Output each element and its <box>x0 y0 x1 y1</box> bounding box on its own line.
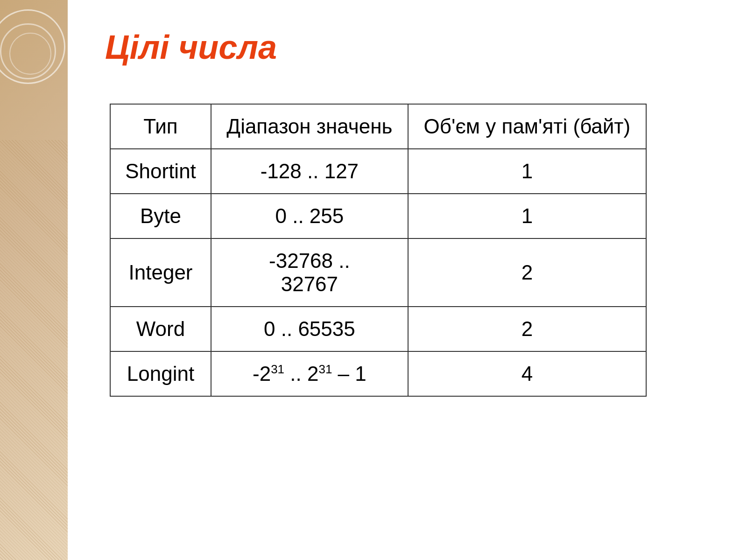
table-row: Byte 0 .. 255 1 <box>110 194 646 238</box>
cell-type: Byte <box>110 194 211 238</box>
cell-type: Shortint <box>110 149 211 194</box>
data-table: Тип Діапазон значень Об'єм у пам'яті (ба… <box>110 104 647 397</box>
cell-range: -231 .. 231 – 1 <box>211 351 408 396</box>
table-header-row: Тип Діапазон значень Об'єм у пам'яті (ба… <box>110 104 646 149</box>
cell-type: Longint <box>110 351 211 396</box>
cell-size: 4 <box>408 351 646 396</box>
circle-decoration <box>0 9 70 93</box>
left-decorative-panel <box>0 0 68 560</box>
table-row: Integer -32768 ..32767 2 <box>110 238 646 307</box>
main-content: Цілі числа Тип Діапазон значень Об'єм у … <box>68 0 747 560</box>
cell-range: -128 .. 127 <box>211 149 408 194</box>
col-header-type: Тип <box>110 104 211 149</box>
col-header-size: Об'єм у пам'яті (байт) <box>408 104 646 149</box>
cell-size: 1 <box>408 149 646 194</box>
cell-range: -32768 ..32767 <box>211 238 408 307</box>
cell-type: Word <box>110 307 211 351</box>
cell-size: 1 <box>408 194 646 238</box>
cell-range: 0 .. 255 <box>211 194 408 238</box>
table-row: Word 0 .. 65535 2 <box>110 307 646 351</box>
circle-small <box>9 33 51 75</box>
table-row: Shortint -128 .. 127 1 <box>110 149 646 194</box>
cell-size: 2 <box>408 307 646 351</box>
page-title: Цілі числа <box>105 28 710 66</box>
cell-size: 2 <box>408 238 646 307</box>
panel-texture <box>0 140 68 560</box>
table-row: Longint -231 .. 231 – 1 4 <box>110 351 646 396</box>
cell-type: Integer <box>110 238 211 307</box>
col-header-range: Діапазон значень <box>211 104 408 149</box>
cell-range: 0 .. 65535 <box>211 307 408 351</box>
